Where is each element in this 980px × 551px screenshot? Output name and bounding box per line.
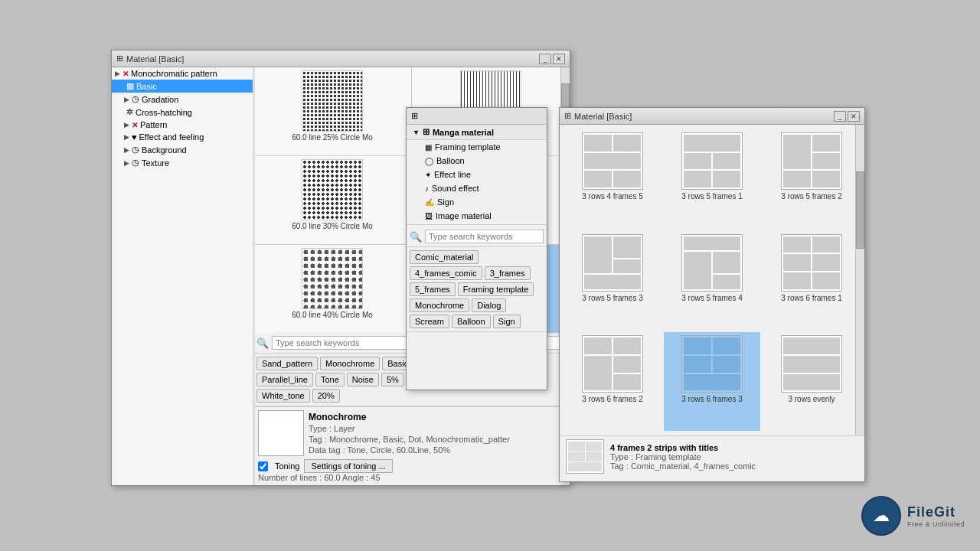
- dropdown-item-image[interactable]: 🖼 Image material: [407, 209, 547, 223]
- info-number-back: Number of lines : 60.0 Angle : 45: [258, 473, 565, 482]
- frame-item-3re[interactable]: 3 rows evenly: [763, 332, 860, 431]
- frame-item-3r4f5[interactable]: 3 rows 4 frames 5: [564, 129, 661, 228]
- title-back: ⊞ Material [Basic]: [116, 54, 184, 64]
- dropdown-item-soundeffect[interactable]: ♪ Sound effect: [407, 181, 547, 195]
- heart-icon-effect: ♥: [132, 132, 137, 142]
- minimize-btn-front[interactable]: _: [834, 111, 846, 122]
- filegit-logo: ☁ FileGit Free & Unlimited: [861, 496, 965, 536]
- sidebar-item-monochromatic[interactable]: ▶ ✕ Monochromatic pattern: [112, 67, 253, 80]
- sidebar-item-pattern[interactable]: ▶ ✕ Pattern: [112, 119, 253, 131]
- dropdown-item-effectline[interactable]: ✦ Effect line: [407, 168, 547, 181]
- tag-scream[interactable]: Scream: [410, 315, 449, 328]
- frame-label-3r4f5: 3 rows 4 frames 5: [582, 192, 642, 201]
- sidebar-label-monochromatic: Monochromatic pattern: [131, 69, 217, 78]
- sidebar-back: ▶ ✕ Monochromatic pattern ▦ Basic ▶ ◷ Gr…: [112, 67, 253, 485]
- tag-tone[interactable]: Tone: [315, 373, 345, 386]
- circle-icon-gradation: ◷: [132, 94, 139, 104]
- tag-parallel-line[interactable]: Parallel_line: [256, 373, 313, 386]
- vscroll-front[interactable]: [855, 125, 864, 435]
- dropdown-header[interactable]: ▼ ⊞ Manga material: [407, 125, 547, 140]
- dropdown-item-sign[interactable]: ✍ Sign: [407, 195, 547, 209]
- frame-item-3r6f2[interactable]: 3 rows 6 frames 2: [564, 332, 661, 431]
- star-icon-crosshatching: ✲: [126, 107, 133, 117]
- tag-sign-d[interactable]: Sign: [493, 315, 521, 328]
- info-tag-front: Tag : Comic_material, 4_frames_comic: [610, 461, 756, 471]
- tag-monochrome-d[interactable]: Monochrome: [410, 298, 469, 312]
- thumb-item-3[interactable]: 60.0 line 30% Circle Mo: [253, 156, 411, 244]
- thumb-item-5[interactable]: 60.0 line 40% Circle Mo: [253, 245, 411, 333]
- toning-checkbox[interactable]: [258, 461, 268, 471]
- tag-monochrome[interactable]: Monochrome: [320, 357, 380, 370]
- frame-label-3r6f2: 3 rows 6 frames 2: [582, 395, 642, 403]
- info-text-back: Monochrome Type : Layer Tag : Monochrome…: [309, 412, 565, 455]
- tag-white-tone[interactable]: White_tone: [256, 389, 310, 403]
- thumb-label-5: 60.0 line 40% Circle Mo: [292, 311, 373, 319]
- search-input-dropdown[interactable]: [425, 230, 544, 243]
- tag-framing-template[interactable]: Framing template: [458, 282, 534, 296]
- dropdown-item-balloon[interactable]: ◯ Balloon: [407, 154, 547, 168]
- grid-icon-basic: ▦: [126, 81, 134, 91]
- sidebar-item-background[interactable]: ▶ ◷ Background: [112, 143, 253, 156]
- tag-noise[interactable]: Noise: [347, 373, 379, 386]
- expand-arrow-gradation: ▶: [124, 96, 129, 103]
- frame-item-3r5f1[interactable]: 3 rows 5 frames 1: [664, 129, 760, 228]
- tag-4frames[interactable]: 4_frames_comic: [410, 266, 482, 280]
- frame-grid: 3 rows 4 frames 5 3 rows 5 frames 1: [560, 125, 864, 435]
- frame-canvas-3r6f1: [781, 234, 842, 292]
- sign-icon: ✍: [425, 198, 434, 207]
- sidebar-label-texture: Texture: [142, 158, 169, 168]
- frame-canvas-3re: [781, 335, 842, 393]
- frame-item-3r5f2[interactable]: 3 rows 5 frames 2: [763, 129, 860, 228]
- tag-dialog[interactable]: Dialog: [472, 298, 506, 312]
- thumb-item-1[interactable]: 60.0 line 25% Circle Mo: [253, 67, 411, 155]
- vscroll-thumb-front[interactable]: [856, 171, 864, 249]
- settings-btn[interactable]: Settings of toning ...: [304, 459, 392, 473]
- grid-icon-manga: ⊞: [423, 127, 430, 137]
- sidebar-item-effect[interactable]: ▶ ♥ Effect and feeling: [112, 131, 253, 143]
- expand-arrow-pattern: ▶: [124, 121, 129, 129]
- x-icon-pattern: ✕: [132, 121, 138, 129]
- frame-item-3r6f1[interactable]: 3 rows 6 frames 1: [763, 231, 860, 330]
- frame-canvas-3r5f4: [681, 234, 743, 292]
- sidebar-item-gradation[interactable]: ▶ ◷ Gradation: [112, 93, 253, 106]
- title-front: ⊞ Material [Basic]: [564, 111, 632, 121]
- tag-balloon-d[interactable]: Balloon: [452, 315, 491, 328]
- tag-5frames[interactable]: 5_frames: [410, 282, 456, 296]
- expand-arrow-monochromatic: ▶: [115, 70, 120, 77]
- grid-icon-front: ⊞: [564, 111, 571, 121]
- thumb-canvas-1: [302, 70, 363, 132]
- sidebar-item-basic[interactable]: ▦ Basic: [112, 80, 253, 93]
- thumb-canvas-5: [302, 248, 363, 309]
- toning-label: Toning: [275, 461, 299, 471]
- dropdown-item-framing[interactable]: ▦ Framing template: [407, 140, 547, 154]
- info-text-front: 4 frames 2 strips with titles Type : Fra…: [610, 443, 756, 471]
- close-btn-back[interactable]: ✕: [553, 54, 565, 64]
- sidebar-label-crosshatching: Cross-hatching: [136, 108, 192, 117]
- thumb-canvas-3: [302, 159, 363, 220]
- sound-effect-label: Sound effect: [432, 184, 479, 193]
- close-btn-front[interactable]: ✕: [848, 111, 860, 122]
- sidebar-label-basic: Basic: [136, 82, 157, 91]
- thumb-label-3: 60.0 line 30% Circle Mo: [292, 222, 373, 230]
- dropdown-titlebar: ⊞: [407, 108, 547, 125]
- frame-item-3r5f4[interactable]: 3 rows 5 frames 4: [664, 231, 760, 330]
- logo-name: FileGit: [907, 504, 965, 520]
- tag-5pct[interactable]: 5%: [381, 373, 404, 386]
- sidebar-item-texture[interactable]: ▶ ◷ Texture: [112, 156, 253, 169]
- tag-20pct[interactable]: 20%: [312, 389, 340, 403]
- minimize-btn-back[interactable]: _: [539, 54, 551, 64]
- sidebar-item-crosshatching[interactable]: ✲ Cross-hatching: [112, 106, 253, 119]
- tag-comic-material[interactable]: Comic_material: [410, 250, 479, 264]
- frame-canvas-3r6f3: [681, 335, 743, 393]
- titlebar-front: ⊞ Material [Basic] _ ✕: [560, 108, 864, 125]
- info-name-front: 4 frames 2 strips with titles: [610, 443, 756, 452]
- tag-3frames[interactable]: 3_frames: [485, 266, 531, 280]
- frame-item-3r5f3[interactable]: 3 rows 5 frames 3: [564, 231, 661, 330]
- tag-sand-pattern[interactable]: Sand_pattern: [256, 357, 318, 370]
- info-name-back: Monochrome: [309, 412, 565, 422]
- thumb-label-1: 60.0 line 25% Circle Mo: [292, 133, 373, 142]
- info-type-back: Type : Layer: [309, 424, 565, 433]
- title-text-back: Material [Basic]: [126, 54, 184, 64]
- frame-item-3r6f3[interactable]: 3 rows 6 frames 3: [664, 332, 760, 431]
- frame-label-3r6f1: 3 rows 6 frames 1: [781, 294, 841, 302]
